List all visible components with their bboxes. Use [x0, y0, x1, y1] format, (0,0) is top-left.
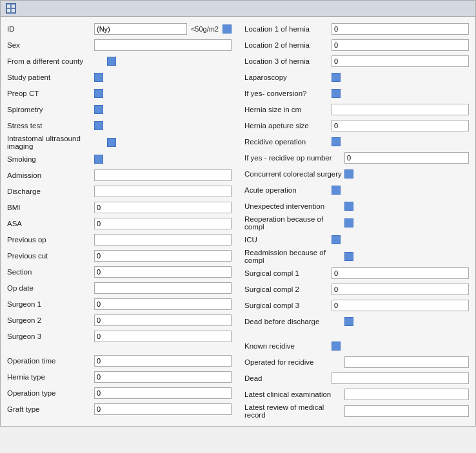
field-label: Unexpected intervention [244, 202, 344, 210]
field-label: If yes- conversion? [244, 90, 332, 97]
form-row: Surgical compl 1 [244, 266, 469, 280]
text-input[interactable] [332, 284, 469, 295]
form-row: Spirometry [7, 102, 232, 117]
text-input[interactable] [94, 169, 232, 181]
checkbox[interactable] [94, 89, 103, 98]
form-row: Intrastomal ultrasound imaging [7, 135, 232, 150]
field-label: Recidive operation [244, 138, 332, 146]
text-input[interactable] [344, 389, 469, 400]
checkbox[interactable] [344, 218, 353, 227]
field-label: From a different county [7, 57, 107, 65]
checkbox[interactable] [332, 73, 341, 82]
form-row: Operation time [7, 354, 232, 368]
form-row: Latest review of medical record [244, 403, 469, 419]
field-label: ID [7, 25, 94, 33]
text-input[interactable] [94, 202, 232, 213]
text-input[interactable] [94, 39, 232, 51]
form-row: Operation type [7, 386, 232, 400]
form-row [244, 331, 469, 337]
form-row: Known recidive [244, 339, 469, 353]
field-label: ICU [244, 236, 332, 244]
field-label: If yes - recidive op number [244, 154, 344, 162]
field-label: BMI [7, 204, 94, 211]
field-label: Hernia apeture size [244, 122, 332, 130]
checkbox[interactable] [94, 73, 103, 82]
checkbox[interactable] [94, 155, 103, 164]
checkbox[interactable] [94, 105, 103, 114]
patient-info-window: ID<50g/m2SexFrom a different countyStudy… [0, 0, 476, 427]
field-label: Graft type [7, 405, 94, 413]
form-row: Surgical compl 2 [244, 282, 469, 296]
id-suffix: <50g/m2 [191, 25, 219, 33]
form-row: Preop CT [7, 86, 232, 101]
text-input[interactable] [94, 331, 232, 342]
svg-rect-0 [7, 5, 10, 8]
text-input[interactable] [332, 39, 469, 51]
form-row: BMI [7, 200, 232, 215]
text-input[interactable] [94, 250, 232, 262]
field-label: Admission [7, 171, 94, 179]
text-input[interactable] [94, 387, 232, 399]
text-input[interactable] [332, 55, 469, 67]
text-input[interactable] [94, 314, 232, 326]
right-column: Location 1 of herniaLocation 2 of hernia… [244, 22, 469, 421]
checkbox[interactable] [332, 235, 341, 244]
text-input[interactable] [94, 218, 232, 229]
text-input[interactable] [94, 355, 232, 367]
form-row [7, 345, 232, 352]
field-label: Latest review of medical record [244, 403, 344, 419]
id-input[interactable] [94, 23, 187, 35]
text-input[interactable] [94, 403, 232, 415]
checkbox[interactable] [344, 169, 353, 178]
checkbox[interactable] [94, 121, 103, 130]
text-input[interactable] [344, 356, 469, 368]
checkbox[interactable] [107, 57, 116, 66]
field-label: Preop CT [7, 90, 94, 97]
form-row: Graft type [7, 402, 232, 416]
field-label: Surgical compl 1 [244, 269, 332, 277]
form-row: Location 2 of hernia [244, 38, 469, 52]
text-input[interactable] [332, 23, 469, 35]
form-row: Surgeon 3 [7, 329, 232, 343]
svg-rect-3 [12, 9, 15, 12]
checkbox[interactable] [344, 202, 353, 211]
text-input[interactable] [94, 186, 232, 197]
form-row: Previous cut [7, 249, 232, 263]
text-input[interactable] [94, 234, 232, 246]
form-row: Readmission because of compl [244, 249, 469, 264]
text-input[interactable] [332, 120, 469, 131]
form-row: ASA [7, 217, 232, 231]
form-grid: ID<50g/m2SexFrom a different countyStudy… [7, 22, 469, 421]
text-input[interactable] [94, 298, 232, 310]
field-label: Surgeon 2 [7, 316, 94, 324]
field-label: Concurrent colorectal surgery [244, 170, 344, 178]
checkbox[interactable] [332, 186, 341, 195]
form-row: Dead [244, 371, 469, 385]
field-label: Previous cut [7, 252, 94, 260]
checkbox[interactable] [223, 24, 232, 34]
checkbox[interactable] [332, 342, 341, 351]
form-row: Study patient [7, 70, 232, 84]
checkbox[interactable] [107, 138, 116, 147]
text-input[interactable] [344, 152, 469, 164]
text-input[interactable] [332, 104, 469, 115]
svg-rect-1 [12, 5, 15, 8]
text-input[interactable] [332, 267, 469, 279]
form-row: Recidive operation [244, 135, 469, 149]
field-label: Previous op [7, 236, 94, 244]
form-row: Surgeon 2 [7, 313, 232, 327]
text-input[interactable] [94, 266, 232, 278]
field-label: Stress test [7, 122, 94, 130]
form-row: Previous op [7, 233, 232, 247]
text-input[interactable] [94, 371, 232, 383]
form-row: Discharge [7, 184, 232, 198]
checkbox[interactable] [344, 252, 353, 261]
text-input[interactable] [332, 300, 469, 311]
checkbox[interactable] [332, 89, 341, 98]
form-row: Operated for recidive [244, 355, 469, 369]
text-input[interactable] [94, 282, 232, 294]
checkbox[interactable] [332, 137, 341, 146]
text-input[interactable] [332, 372, 469, 384]
text-input[interactable] [344, 405, 469, 417]
checkbox[interactable] [344, 317, 353, 326]
